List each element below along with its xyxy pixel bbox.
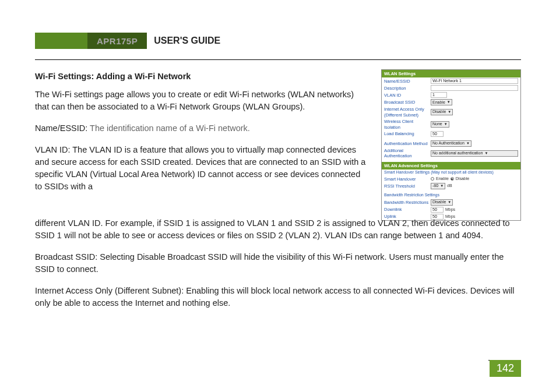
- document-title: USER'S GUIDE: [147, 33, 220, 49]
- label-bwrestrict: Bandwidth Restrictions: [384, 200, 431, 205]
- label-addauth: Additional Authentication: [384, 148, 431, 159]
- row-addauth: Additional Authentication No additional …: [382, 147, 520, 160]
- chevron-down-icon: ▼: [466, 142, 470, 146]
- body-text-fullwidth: different VLAN ID. For example, if SSID …: [35, 217, 521, 309]
- row-bwrestrict: Bandwidth Restrictions Disable▼: [382, 199, 520, 206]
- row-handover: Smart Handover Enable Disable: [382, 176, 520, 182]
- paragraph-intro: The Wi-Fi settings page allows you to cr…: [35, 89, 367, 113]
- input-down[interactable]: 50: [431, 207, 444, 213]
- label-broadcast: Broadcast SSID: [384, 100, 431, 105]
- header-banner: APR175P USER'S GUIDE: [35, 33, 521, 49]
- label-handover: Smart Handover: [384, 176, 431, 182]
- row-down: Downlink 50Mbps: [382, 206, 520, 213]
- paragraph-broadcast: Broadcast SSID: Selecting Disable Broadc…: [35, 251, 521, 276]
- radio-disable[interactable]: [451, 177, 454, 181]
- chevron-down-icon: ▼: [448, 200, 451, 205]
- product-model-tag: APR175P: [87, 33, 147, 49]
- name-text: The identification name of a Wi-Fi netwo…: [90, 123, 250, 133]
- broadcast-text: Selecting Disable Broadcast SSID will hi…: [35, 252, 504, 274]
- select-rssi[interactable]: -80▼: [431, 183, 445, 189]
- label-down: Downlink: [384, 207, 431, 212]
- label-description: Description: [384, 86, 431, 91]
- header-accent-block: [35, 33, 87, 49]
- row-loadbal: Load Balancing 50: [382, 130, 520, 137]
- row-rssi: RSSI Threshold -80▼dB: [382, 182, 520, 190]
- input-vlan[interactable]: 1: [431, 92, 447, 98]
- select-iao[interactable]: Disable▼: [431, 109, 453, 115]
- chevron-down-icon: ▼: [447, 100, 451, 105]
- chevron-down-icon: ▼: [440, 184, 444, 189]
- label-name: Name/ESSID: [384, 79, 431, 84]
- select-isolation[interactable]: None▼: [431, 121, 449, 128]
- body-text-column: Wi-Fi Settings: Adding a Wi-Fi Network T…: [35, 68, 367, 221]
- label-iao: Internet Access Only (Different Subnet): [384, 107, 431, 118]
- paragraph-iao: Internet Access Only (Different Subnet):…: [35, 285, 521, 309]
- wlan-section-header: WLAN Settings: [382, 70, 520, 77]
- section-heading: Wi-Fi Settings: Adding a Wi-Fi Network: [35, 70, 367, 83]
- label-isolation: Wireless Client Isolation: [384, 119, 431, 130]
- label-vlan: VLAN ID: [384, 93, 431, 98]
- paragraph-vlan-part1: VLAN ID: The VLAN ID is a feature that a…: [35, 144, 367, 193]
- header-divider: [35, 59, 521, 60]
- label-rssi: RSSI Threshold: [384, 183, 431, 189]
- broadcast-label: Broadcast SSID:: [35, 252, 97, 262]
- row-iao: Internet Access Only (Different Subnet) …: [382, 106, 520, 118]
- row-broadcast: Broadcast SSID Enable▼: [382, 98, 520, 106]
- bw-heading: Bandwidth Restriction Settings: [382, 192, 520, 199]
- chevron-down-icon: ▼: [484, 151, 488, 156]
- page-number: 142: [490, 360, 521, 377]
- handover-note: Smart Handover Settings (May not support…: [382, 169, 520, 176]
- select-auth[interactable]: No Authentication▼: [431, 140, 471, 147]
- radio-enable[interactable]: [431, 177, 434, 181]
- content-columns: Wi-Fi Settings: Adding a Wi-Fi Network T…: [35, 68, 521, 221]
- row-isolation: Wireless Client Isolation None▼: [382, 118, 520, 130]
- iao-label: Internet Access Only (Different Subnet):: [35, 286, 184, 295]
- row-auth: Authentication Method No Authentication▼: [382, 140, 520, 147]
- row-name: Name/ESSID Wi-Fi Network 1: [382, 77, 520, 84]
- vlan-label: VLAN ID:: [35, 145, 70, 154]
- paragraph-name: Name/ESSID: The identification name of a…: [35, 122, 367, 135]
- wlan-advanced-header: WLAN Advanced Settings: [382, 162, 520, 169]
- wlan-settings-panel: WLAN Settings Name/ESSID Wi-Fi Network 1…: [381, 69, 521, 221]
- select-addauth[interactable]: No additional authentication▼: [431, 150, 518, 157]
- row-description: Description: [382, 84, 520, 91]
- input-loadbal[interactable]: 50: [431, 131, 444, 137]
- chevron-down-icon: ▼: [444, 122, 448, 127]
- label-loadbal: Load Balancing: [384, 131, 431, 136]
- input-description[interactable]: [431, 85, 518, 91]
- vlan-text-part1: The VLAN ID is a feature that allows you…: [35, 145, 365, 191]
- row-vlan: VLAN ID 1: [382, 91, 520, 98]
- page: APR175P USER'S GUIDE Wi-Fi Settings: Add…: [0, 0, 556, 392]
- name-label: Name/ESSID:: [35, 123, 87, 133]
- chevron-down-icon: ▼: [448, 110, 451, 115]
- select-broadcast[interactable]: Enable▼: [431, 99, 452, 105]
- select-bwrestrict[interactable]: Disable▼: [431, 199, 453, 206]
- paragraph-vlan-part2: different VLAN ID. For example, if SSID …: [35, 217, 521, 242]
- label-auth: Authentication Method: [384, 141, 431, 146]
- input-name[interactable]: Wi-Fi Network 1: [431, 78, 518, 84]
